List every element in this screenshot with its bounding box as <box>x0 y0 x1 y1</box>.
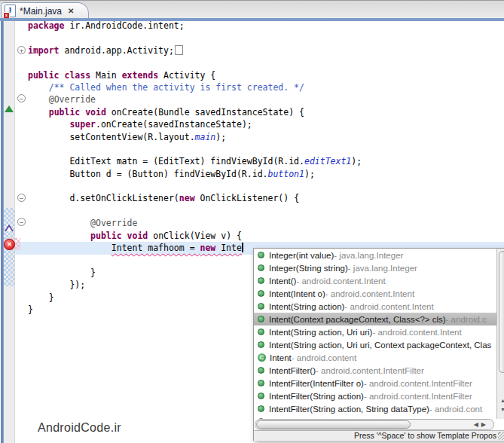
code-token: ); <box>351 156 362 167</box>
completion-item[interactable]: IntentFilter(IntentFilter o) - android.c… <box>254 377 504 390</box>
code-line[interactable]: public class Main extends Activity { <box>28 69 362 81</box>
fold-collapse-icon[interactable]: − <box>17 194 26 202</box>
completion-item[interactable]: IntentFilter(String action) - android.co… <box>254 390 504 402</box>
tab-title: *Main.java <box>20 6 62 17</box>
fold-expand-icon[interactable]: + <box>17 46 26 54</box>
code-line[interactable]: Button d = (Button) findViewById(R.id.bu… <box>28 168 362 180</box>
completion-item[interactable]: Intent() - android.content.Intent <box>254 274 504 287</box>
vertical-scrollbar-arrows[interactable]: ▲ ▼ <box>499 396 504 416</box>
completion-qualifier: - android.content.Intent <box>325 289 414 298</box>
code-line[interactable]: package ir.AndroidCode.intent; <box>28 20 362 32</box>
code-token: d.setOnClickListener( <box>28 193 179 203</box>
code-token: extends <box>122 70 158 81</box>
horizontal-scrollbar-thumb[interactable] <box>256 420 411 429</box>
code-line[interactable]: super.onCreate(savedInstanceState); <box>28 118 362 130</box>
scroll-down-icon[interactable]: ▼ <box>499 405 504 414</box>
completion-list[interactable]: Integer(int value) - java.lang.IntegerIn… <box>254 249 504 419</box>
completion-label: Intent(String action) <box>269 302 344 311</box>
code-token: setContentView(R.layout. <box>28 132 195 142</box>
code-line[interactable]: @Override <box>28 93 362 105</box>
code-line[interactable] <box>28 180 362 192</box>
code-token: } <box>28 267 96 278</box>
code-token: Intent mafhoom = <box>111 243 200 253</box>
editor-tab-bar: J x *Main.java ✕ <box>0 0 504 18</box>
code-token: onClick(View v) { <box>148 231 242 241</box>
constructor-icon <box>258 393 264 399</box>
horizontal-scrollbar[interactable]: ◀▶ <box>255 419 494 430</box>
fold-collapse-icon[interactable]: − <box>17 218 26 226</box>
code-line[interactable] <box>28 32 362 44</box>
code-token: public <box>90 231 122 241</box>
completion-label: IntentFilter() <box>269 366 316 375</box>
completion-item[interactable]: Integer(int value) - java.lang.Integer <box>254 249 504 261</box>
code-line[interactable]: @Override <box>28 217 362 229</box>
code-token: OnClickListener() { <box>195 193 299 203</box>
completion-item[interactable]: IntentFilter(String action, String dataT… <box>254 402 504 415</box>
fold-collapse-icon[interactable]: − <box>17 94 26 102</box>
code-line[interactable]: import android.app.Activity; <box>28 44 362 57</box>
code-token: onCreate(Bundle savedInstanceState) { <box>106 107 304 118</box>
completion-item[interactable]: Intent(String action) - android.content.… <box>254 300 504 313</box>
constructor-icon <box>258 303 264 310</box>
completion-label: Intent() <box>269 276 296 286</box>
code-token: new <box>200 243 215 253</box>
code-token: Inte <box>215 243 242 253</box>
code-token: }); <box>28 280 85 290</box>
constructor-icon <box>258 316 264 322</box>
code-token: public <box>49 107 81 118</box>
completion-item[interactable]: Intent(Intent o) - android.content.Inten… <box>254 287 504 300</box>
completion-qualifier: - android.content.IntentFilter <box>364 379 472 388</box>
vertical-scrollbar-thumb[interactable] <box>499 251 504 373</box>
completion-item[interactable]: CIntent - android.content <box>254 351 504 364</box>
code-token: Activity { <box>158 70 215 81</box>
code-line[interactable]: public void onCreate(Bundle savedInstanc… <box>28 106 362 118</box>
constructor-icon <box>258 290 264 297</box>
constructor-icon <box>258 341 264 348</box>
completion-qualifier: - java.lang.Integer <box>334 251 403 260</box>
code-token: ); <box>215 132 226 142</box>
code-line[interactable]: EditText matn = (EditText) findViewById(… <box>28 155 362 167</box>
code-line[interactable] <box>28 57 362 69</box>
horizontal-scrollbar-arrows[interactable]: ◀▶ <box>474 420 489 429</box>
code-token <box>28 107 49 118</box>
code-line[interactable]: public void onClick(View v) { <box>28 230 362 242</box>
code-token <box>28 218 90 228</box>
purple-triangle-marker-icon[interactable] <box>5 225 14 231</box>
code-line[interactable] <box>28 143 362 155</box>
tab-close-icon[interactable]: ✕ <box>68 7 74 15</box>
completion-item[interactable]: Intent(Context packageContext, Class<?> … <box>254 313 504 325</box>
constructor-icon <box>258 367 264 374</box>
completion-item[interactable]: Integer(String string) - java.lang.Integ… <box>254 261 504 274</box>
code-line[interactable]: setContentView(R.layout.main); <box>28 131 362 143</box>
error-marker-icon[interactable]: ✕ <box>4 239 15 250</box>
code-token: new <box>179 193 195 203</box>
eclipse-editor-window: J x *Main.java ✕ ✕ + − − − package ir.An… <box>0 0 504 443</box>
completion-label: Intent(String action, Uri uri) <box>269 328 372 337</box>
constructor-icon <box>258 277 264 284</box>
code-token <box>28 82 49 93</box>
code-token <box>28 243 111 253</box>
scroll-up-icon[interactable]: ▲ <box>499 396 504 405</box>
completion-item[interactable]: Intent(String action, Uri uri, Context p… <box>254 338 504 351</box>
green-triangle-marker-icon[interactable] <box>5 105 14 112</box>
code-line[interactable]: /** Called when the activity is first cr… <box>28 81 362 93</box>
completion-label: IntentFilter(String action, String dataT… <box>269 405 429 414</box>
completion-item[interactable]: IntentFilter() - android.content.IntentF… <box>254 364 504 377</box>
scroll-right-icon[interactable]: ▶ <box>481 421 489 428</box>
completion-label: IntentFilter(String action) <box>269 392 364 401</box>
code-line[interactable]: d.setOnClickListener(new OnClickListener… <box>28 192 362 204</box>
completion-item[interactable]: Intent(String action, Uri uri) - android… <box>254 325 504 338</box>
completion-qualifier: - android.content.Intent <box>372 328 461 337</box>
code-token: ); <box>304 169 315 179</box>
folded-import-box-icon[interactable] <box>175 45 183 55</box>
vertical-scrollbar[interactable]: ▲ ▼ <box>496 249 504 419</box>
code-token: void <box>85 107 106 118</box>
code-line[interactable] <box>28 205 362 217</box>
resize-grip[interactable] <box>498 432 504 440</box>
code-token: public <box>28 70 60 81</box>
completion-qualifier: - android.content.Intent <box>344 302 433 311</box>
scroll-left-icon[interactable]: ◀ <box>474 421 481 428</box>
code-token: EditText matn = (EditText) findViewById(… <box>28 156 304 167</box>
completion-label: Integer(String string) <box>269 264 348 273</box>
tab-main-java[interactable]: J x *Main.java ✕ <box>1 2 89 19</box>
